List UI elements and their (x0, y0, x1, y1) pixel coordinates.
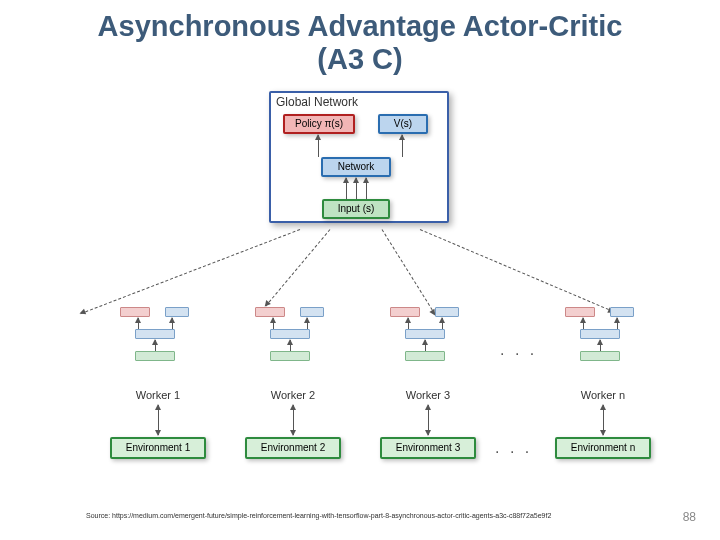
arrow-worker3-env3 (428, 405, 429, 435)
environment-n-box: Environment n (555, 437, 651, 459)
title-line-2: (A3 C) (317, 43, 402, 75)
value-box: V(s) (378, 114, 428, 134)
worker-n-label: Worker n (555, 389, 651, 401)
connector-global-worker3 (382, 229, 436, 314)
arrow-worker2-env2 (293, 405, 294, 435)
page-number: 88 (683, 510, 696, 524)
workers-ellipsis: . . . (500, 341, 537, 359)
arrow-input-to-network-3 (366, 178, 367, 199)
worker-2-stack: Worker 2 (245, 307, 341, 382)
arrow-network-to-policy (318, 135, 319, 157)
worker-3-stack: Worker 3 (380, 307, 476, 382)
slide-title: Asynchronous Advantage Actor-Critic (A3 … (0, 0, 720, 79)
worker-n-stack: Worker n (555, 307, 651, 382)
environments-ellipsis: . . . (495, 439, 532, 457)
arrow-worker1-env1 (158, 405, 159, 435)
global-network-label: Global Network (276, 95, 358, 109)
connector-global-workern (420, 229, 614, 312)
input-box: Input (s) (322, 199, 390, 219)
arrow-input-to-network-2 (356, 178, 357, 199)
arrow-network-to-value (402, 135, 403, 157)
arrow-input-to-network-1 (346, 178, 347, 199)
source-citation: Source: https://medium.com/emergent-futu… (86, 512, 646, 519)
network-box: Network (321, 157, 391, 177)
environment-3-box: Environment 3 (380, 437, 476, 459)
worker-1-stack: Worker 1 (110, 307, 206, 382)
worker-2-label: Worker 2 (245, 389, 341, 401)
environment-2-box: Environment 2 (245, 437, 341, 459)
a3c-diagram: Global Network Policy π(s) V(s) Network … (0, 79, 720, 499)
environment-1-box: Environment 1 (110, 437, 206, 459)
policy-box: Policy π(s) (283, 114, 355, 134)
connector-global-worker2 (265, 229, 330, 306)
arrow-workern-envn (603, 405, 604, 435)
title-line-1: Asynchronous Advantage Actor-Critic (98, 10, 623, 42)
worker-3-label: Worker 3 (380, 389, 476, 401)
worker-1-label: Worker 1 (110, 389, 206, 401)
